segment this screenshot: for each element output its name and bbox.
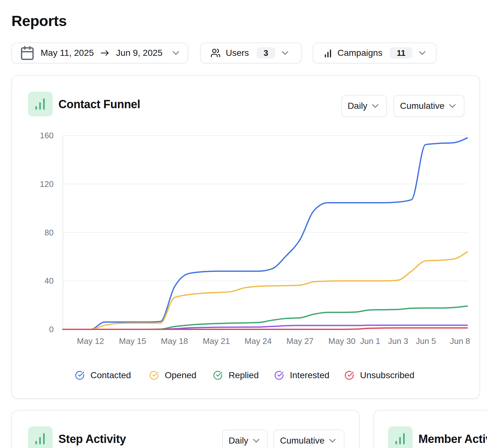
svg-text:80: 80 xyxy=(44,228,54,237)
svg-text:Jun 5: Jun 5 xyxy=(416,336,436,346)
svg-text:May 15: May 15 xyxy=(119,336,146,346)
svg-text:May 21: May 21 xyxy=(203,336,230,346)
svg-text:40: 40 xyxy=(44,276,54,286)
svg-text:Jun 1: Jun 1 xyxy=(360,336,380,346)
svg-text:May 18: May 18 xyxy=(161,336,188,346)
svg-text:May 12: May 12 xyxy=(77,336,104,346)
svg-text:0: 0 xyxy=(49,325,54,334)
svg-text:May 24: May 24 xyxy=(244,336,271,346)
svg-text:May 27: May 27 xyxy=(286,336,313,346)
svg-text:Jun 8: Jun 8 xyxy=(450,336,470,346)
svg-text:160: 160 xyxy=(40,131,54,140)
svg-text:Jun 3: Jun 3 xyxy=(388,336,408,346)
svg-text:120: 120 xyxy=(40,179,54,189)
svg-text:May 30: May 30 xyxy=(328,336,355,346)
